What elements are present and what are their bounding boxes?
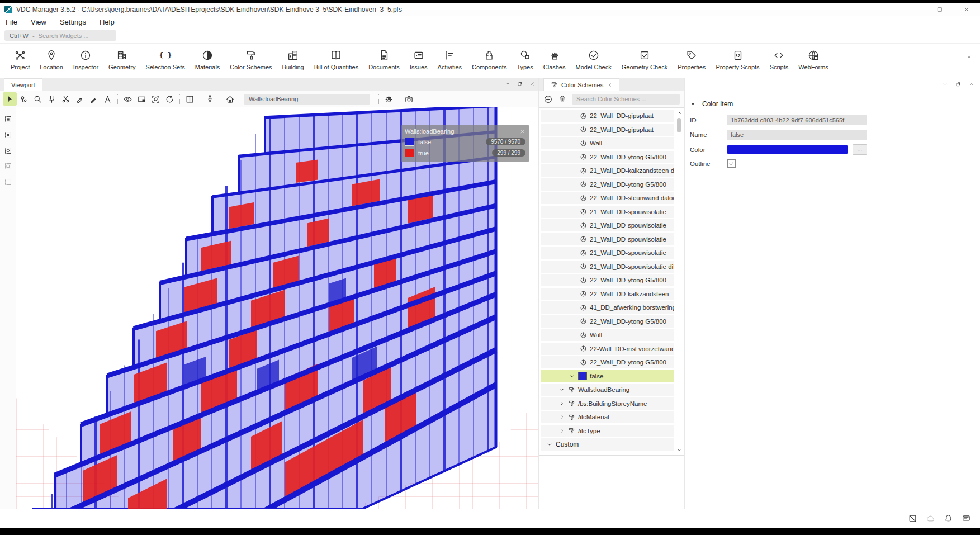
color-swatch-bar[interactable]	[727, 145, 848, 154]
chevron-right-icon[interactable]	[558, 414, 565, 420]
tree-row-wall-item[interactable]: 22_Wall_DD-ytong G5/800	[541, 178, 674, 191]
tree-row-wall-item[interactable]: 21_Wall_DD-spouwisolatie	[541, 219, 674, 231]
scroll-thumb[interactable]	[677, 118, 681, 132]
toolbar-item-issues[interactable]: Issues	[405, 49, 433, 71]
chevron-down-icon[interactable]	[569, 373, 575, 380]
color-schemes-search-input[interactable]: Search Color Schemes ...	[572, 94, 680, 105]
cloud-sync-icon[interactable]	[926, 514, 935, 523]
toolbar-item-geometry[interactable]: Geometry	[103, 49, 140, 71]
tool-orbit[interactable]	[163, 92, 177, 106]
tool-pin[interactable]	[45, 92, 59, 106]
outline-checkbox[interactable]	[727, 159, 736, 168]
maximize-icon[interactable]	[936, 6, 943, 13]
tool-focus-view[interactable]	[149, 92, 163, 106]
menu-file[interactable]: File	[6, 18, 17, 26]
chevron-down-icon[interactable]	[546, 441, 553, 448]
tree-row-scheme[interactable]: Walls:loadBearing	[541, 384, 674, 396]
tool-visibility[interactable]	[121, 92, 135, 106]
tree-row-wall-item[interactable]: 22_Wall_DD-ytong G5/800	[541, 274, 674, 286]
toolbar-item-documents[interactable]: Documents	[363, 49, 405, 71]
tree-row-wall-item[interactable]: 22-Wall_DD-mst voorzetwand gang	[541, 343, 674, 355]
tree-row-wall-item[interactable]: Wall	[541, 137, 674, 149]
toolbar-item-activities[interactable]: Activities	[433, 49, 467, 71]
toolbar-item-scripts[interactable]: Scripts	[765, 49, 794, 71]
chevron-down-icon[interactable]	[558, 386, 565, 393]
tool-select-box[interactable]	[2, 113, 15, 125]
tool-walk-mode[interactable]	[203, 92, 217, 106]
tool-zoom[interactable]	[31, 92, 45, 106]
tool-isolate-selection[interactable]	[2, 160, 15, 172]
toolbar-item-inspector[interactable]: Inspector	[68, 49, 103, 71]
color-picker-button[interactable]: ...	[853, 144, 867, 155]
tool-viewport-settings[interactable]	[382, 92, 396, 106]
tab-close-icon[interactable]	[607, 82, 612, 88]
toolbar-item-properties[interactable]: Properties	[673, 49, 711, 71]
tree-row-wall-item[interactable]: 21_Wall_DD-spouwisolatie	[541, 247, 674, 259]
tree-row-wall-item[interactable]: 21_Wall_DD-spouwisolatie	[541, 233, 674, 245]
tree-row-wall-item[interactable]: 22_Wall_DD-ytong G5/800	[541, 356, 674, 368]
menu-view[interactable]: View	[31, 18, 46, 26]
panel-close-icon[interactable]	[969, 81, 974, 87]
tab-color-schemes[interactable]: Color Schemes	[543, 78, 619, 91]
tool-draw[interactable]	[73, 92, 87, 106]
close-icon[interactable]	[963, 6, 970, 13]
tool-deselect-all[interactable]	[2, 129, 15, 141]
color-item-section-header[interactable]: Color Item	[690, 100, 980, 108]
toolbar-item-geometry-check[interactable]: Geometry Check	[617, 49, 673, 71]
tool-home-view[interactable]	[223, 92, 237, 106]
tree-scrollbar[interactable]	[675, 110, 683, 453]
tool-pick-ids[interactable]	[17, 92, 31, 106]
tree-row-wall-item[interactable]: 22_Wall_DD-steunwand daloc deuren	[541, 192, 674, 204]
tree-row-wall-item[interactable]: 22_Wall_DD-ytong G5/800	[541, 315, 674, 328]
tree-row-wall-item[interactable]: 22_Wall_DD-kalkzandsteen	[541, 288, 674, 300]
legend-close-icon[interactable]	[519, 129, 525, 135]
toolbar-item-types[interactable]: Types	[512, 49, 538, 71]
chevron-right-icon[interactable]	[558, 428, 565, 434]
toolbar-item-clashes[interactable]: Clashes	[538, 49, 571, 71]
tool-view-box[interactable]	[135, 92, 149, 106]
tree-row-scheme[interactable]: /ifcType	[541, 425, 674, 437]
chevron-right-icon[interactable]	[558, 400, 565, 407]
delete-scheme-button[interactable]	[558, 94, 567, 103]
tree-row-wall-item[interactable]: 22_Wall_DD-gipsplaat	[541, 110, 674, 122]
tree-row-root[interactable]: Custom	[541, 438, 674, 451]
feedback-icon[interactable]	[962, 514, 971, 523]
tool-cut[interactable]	[59, 92, 73, 106]
panel-float-icon[interactable]	[955, 81, 962, 87]
search-input[interactable]: Ctrl+W - Search Widgets ...	[4, 30, 116, 41]
tool-section[interactable]	[183, 92, 197, 106]
tree-row-wall-item[interactable]: 21_Wall_DD-kalkzandsteen dik 120mm	[541, 164, 674, 177]
toolbar-item-building[interactable]: Building	[277, 49, 309, 71]
notifications-icon[interactable]	[944, 514, 953, 523]
minimize-icon[interactable]	[909, 6, 916, 13]
toolbar-item-property-scripts[interactable]: Property Scripts	[711, 49, 764, 71]
scroll-down-icon[interactable]	[676, 447, 683, 453]
tree-row-wall-item[interactable]: 22_Wall_DD-ytong G5/800	[541, 151, 674, 163]
tool-hide-selection[interactable]	[2, 176, 15, 188]
tree-row-value-selected[interactable]: false	[541, 370, 674, 382]
tool-markup[interactable]	[87, 92, 101, 106]
toolbar-item-bill-of-quantities[interactable]: Bill of Quantities	[309, 49, 363, 71]
toolbar-item-components[interactable]: Components	[467, 49, 512, 71]
viewport-3d-canvas[interactable]: Walls:loadBearing false9570 / 9570true29…	[16, 107, 538, 509]
toolbar-item-webforms[interactable]: WebForms	[793, 49, 834, 71]
panel-menu-chevron-down-icon[interactable]	[505, 81, 511, 87]
tool-select[interactable]	[3, 92, 17, 106]
toolbar-overflow-chevron-down-icon[interactable]	[965, 53, 973, 61]
tree-row-wall-item[interactable]: Wall	[541, 329, 674, 341]
network-offline-icon[interactable]	[908, 514, 917, 523]
toolbar-item-project[interactable]: Project	[6, 49, 35, 71]
legend-row[interactable]: false9570 / 9570	[405, 138, 525, 146]
tool-screenshot[interactable]	[402, 92, 416, 106]
legend-row[interactable]: true299 / 299	[405, 149, 525, 157]
add-scheme-button[interactable]	[543, 94, 553, 104]
toolbar-item-materials[interactable]: Materials	[190, 49, 225, 71]
toolbar-item-color-schemes[interactable]: Color Schemes	[225, 49, 277, 71]
toolbar-item-selection-sets[interactable]: { }Selection Sets	[140, 49, 190, 71]
name-field[interactable]: false	[727, 130, 867, 140]
tree-row-wall-item[interactable]: 21_Wall_DD-spouwisolatie dik 150mm	[541, 261, 674, 273]
panel-close-icon[interactable]	[529, 81, 535, 87]
viewport-filter-input[interactable]: Walls:loadBearing	[244, 94, 370, 105]
panel-menu-chevron-down-icon[interactable]	[942, 81, 948, 87]
menu-settings[interactable]: Settings	[60, 18, 86, 26]
